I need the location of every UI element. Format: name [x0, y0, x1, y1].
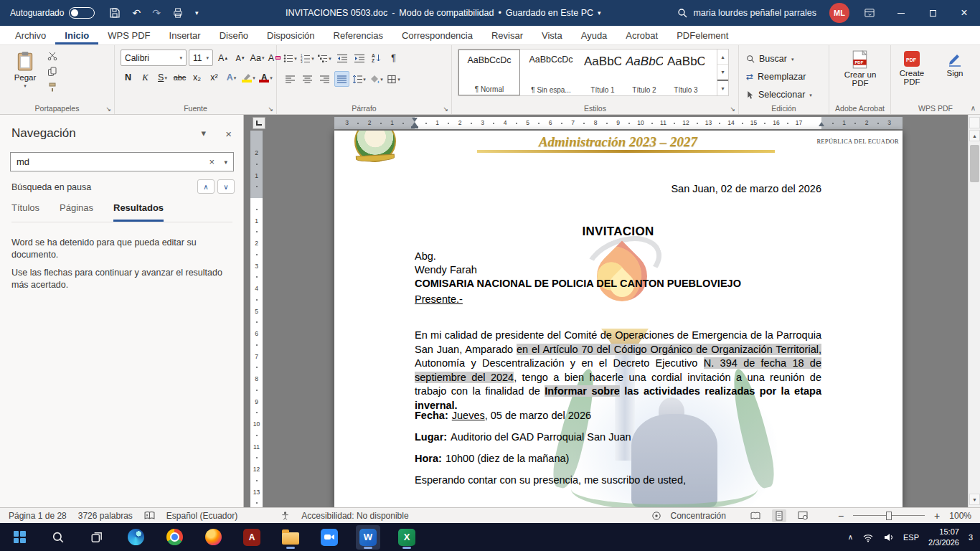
sort-button[interactable]: AZ — [369, 50, 384, 66]
font-color-button[interactable]: A▾ — [258, 70, 273, 85]
decrease-indent-button[interactable] — [334, 50, 349, 66]
superscript-button[interactable]: x² — [207, 70, 222, 85]
minimize-button[interactable] — [885, 0, 917, 26]
start-button[interactable] — [7, 525, 32, 550]
tab-ayuda[interactable]: Ayuda — [572, 26, 617, 44]
style-card-normal[interactable]: AaBbCcDc ¶ Normal — [458, 50, 520, 95]
align-left-button[interactable] — [283, 71, 298, 87]
scroll-down-button[interactable]: ▼ — [969, 494, 980, 505]
scroll-thumb[interactable] — [970, 145, 979, 182]
proofing-icon[interactable] — [144, 511, 155, 520]
line-spacing-button[interactable]: ▾ — [352, 71, 367, 87]
align-right-button[interactable] — [317, 71, 332, 87]
justify-button[interactable] — [334, 71, 349, 87]
tab-inicio[interactable]: Inicio — [55, 26, 98, 44]
multilevel-list-button[interactable]: ▾ — [317, 50, 332, 66]
bold-button[interactable]: N — [121, 70, 136, 85]
tab-archivo[interactable]: Archivo — [6, 26, 55, 44]
avatar[interactable]: ML — [829, 3, 849, 23]
tab-correspondencia[interactable]: Correspondencia — [392, 26, 482, 44]
tab-insertar[interactable]: Insertar — [160, 26, 210, 44]
borders-button[interactable]: ▾ — [386, 71, 401, 87]
v-ruler[interactable]: 211234567891011121314 — [250, 131, 263, 507]
copy-button[interactable] — [47, 67, 57, 77]
tab-disposición[interactable]: Disposición — [258, 26, 324, 44]
text-effects-button[interactable]: A▾ — [224, 70, 239, 85]
excel-button[interactable]: X — [395, 525, 419, 550]
tab-stop-selector[interactable] — [253, 117, 265, 129]
tab-wps-pdf[interactable]: WPS PDF — [98, 26, 159, 44]
style-card-heading1[interactable]: AaBbC Título 1 — [582, 50, 623, 95]
undo-button[interactable]: ↶ — [132, 8, 141, 18]
tab-acrobat[interactable]: Acrobat — [616, 26, 667, 44]
previous-result-button[interactable]: ∧ — [197, 179, 215, 194]
increase-indent-button[interactable] — [352, 50, 367, 66]
styles-scroll-down-button[interactable]: ▾ — [717, 65, 728, 80]
show-marks-button[interactable]: ¶ — [386, 50, 401, 66]
tray-chevron-icon[interactable]: ∧ — [848, 533, 853, 541]
clock[interactable]: 15:07 2/3/2026 — [928, 527, 959, 547]
search-box[interactable]: maria lourdes peñafiel parrales — [677, 0, 816, 26]
shading-button[interactable]: ▾ — [369, 71, 384, 87]
ribbon-display-options-button[interactable] — [854, 0, 885, 26]
autosave-control[interactable]: Autoguardado — [10, 7, 95, 19]
subscript-button[interactable]: x₂ — [189, 70, 204, 85]
tab-vista[interactable]: Vista — [532, 26, 572, 44]
format-painter-button[interactable] — [47, 83, 57, 93]
shrink-font-button[interactable]: A▾ — [232, 50, 248, 66]
style-card-heading3[interactable]: AaBbCc Título 3 — [665, 50, 707, 95]
zoom-out-button[interactable]: − — [838, 510, 844, 522]
italic-button[interactable]: K — [138, 70, 153, 85]
tab-pdfelement[interactable]: PDFelement — [667, 26, 738, 44]
document-page[interactable]: Administración 2023 – 2027 REPÚBLICA DEL… — [334, 131, 903, 507]
numbering-button[interactable]: 123▾ — [300, 50, 315, 66]
print-layout-button[interactable] — [772, 509, 786, 522]
customize-qat-caret[interactable]: ▾ — [195, 10, 199, 17]
next-result-button[interactable]: ∨ — [217, 179, 235, 194]
notification-count[interactable]: 3 — [969, 533, 973, 542]
file-explorer-button[interactable] — [278, 525, 303, 550]
style-card-no-spacing[interactable]: AaBbCcDc ¶ Sin espa... — [520, 50, 582, 95]
autosave-toggle[interactable] — [69, 7, 95, 19]
vertical-scrollbar[interactable]: ▲ ▼ — [968, 115, 980, 507]
right-indent-marker[interactable] — [819, 122, 824, 126]
scroll-up-button[interactable]: ▲ — [969, 130, 980, 141]
clear-search-icon[interactable]: × — [209, 153, 215, 171]
strikethrough-button[interactable]: abc — [172, 70, 187, 85]
paste-button[interactable]: Pegar ▾ — [6, 48, 44, 88]
align-center-button[interactable] — [300, 71, 315, 87]
underline-button[interactable]: S▾ — [155, 70, 170, 85]
collapse-ribbon-button[interactable]: ∧ — [971, 104, 976, 112]
firefox-button[interactable] — [201, 525, 225, 550]
nav-tab-páginas[interactable]: Páginas — [60, 202, 93, 222]
bullets-button[interactable]: ▾ — [283, 50, 298, 66]
styles-dialog-launcher[interactable]: ↘ — [730, 105, 735, 113]
zoom-app-button[interactable] — [317, 525, 341, 550]
font-size-select[interactable]: 11▾ — [189, 50, 213, 66]
wps-sign-button[interactable]: Sign — [936, 48, 974, 77]
close-button[interactable]: × — [948, 0, 980, 26]
font-name-select[interactable]: Calibri▾ — [121, 50, 187, 66]
language-indicator[interactable]: ESP — [903, 533, 919, 542]
grow-font-button[interactable]: A▴ — [215, 50, 230, 66]
nav-search-input[interactable] — [11, 153, 190, 171]
nav-pane-options-icon[interactable]: ▾ — [201, 128, 206, 138]
nav-tab-títulos[interactable]: Títulos — [11, 202, 39, 222]
print-icon[interactable] — [172, 7, 184, 19]
change-case-button[interactable]: Aa▾ — [250, 50, 265, 66]
search-options-caret-icon[interactable]: ▾ — [224, 153, 227, 171]
language-status[interactable]: Español (Ecuador) — [166, 511, 237, 521]
accessibility-status[interactable]: Accesibilidad: No disponible — [301, 511, 408, 521]
redo-button[interactable]: ↷ — [152, 8, 161, 18]
wifi-icon[interactable] — [862, 532, 874, 542]
accessibility-icon[interactable] — [281, 511, 290, 521]
find-button[interactable]: Buscar ▾ — [746, 51, 793, 67]
save-icon[interactable] — [109, 7, 121, 19]
h-ruler[interactable]: 3211234567891011121314151617123 — [334, 117, 903, 129]
word-button[interactable]: W — [356, 525, 380, 550]
zoom-slider[interactable] — [853, 511, 925, 521]
font-dialog-launcher[interactable]: ↘ — [268, 105, 273, 113]
select-button[interactable]: Seleccionar ▾ — [746, 87, 812, 103]
nav-tab-resultados[interactable]: Resultados — [113, 202, 164, 222]
taskbar-search-button[interactable] — [46, 525, 70, 550]
